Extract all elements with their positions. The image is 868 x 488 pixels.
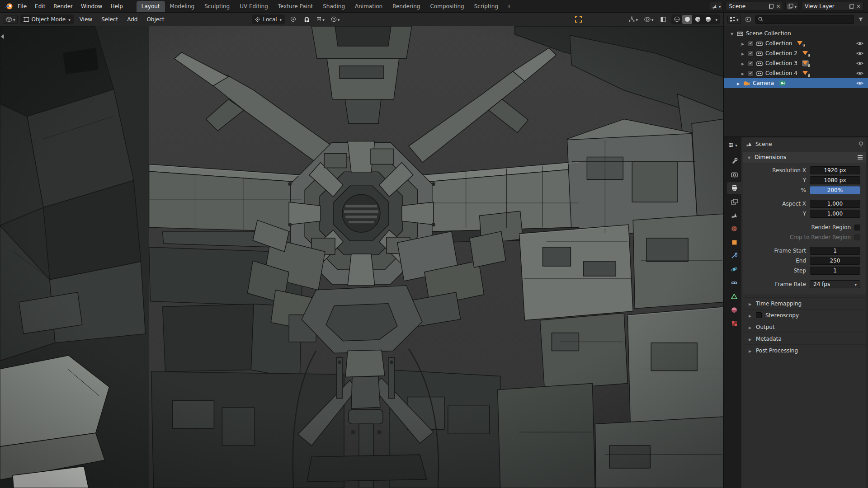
- tab-object-data[interactable]: [727, 291, 741, 302]
- frame-step-field[interactable]: 1: [810, 267, 860, 275]
- pivot-point-button[interactable]: [288, 14, 298, 24]
- outliner-row-collection-3[interactable]: Collection 3 8: [724, 58, 868, 68]
- mode-selector[interactable]: Object Mode: [20, 14, 74, 24]
- menu-file[interactable]: File: [14, 2, 30, 11]
- frame-rate-dropdown[interactable]: 24 fps: [810, 280, 860, 288]
- outliner-display-mode-button[interactable]: [744, 15, 753, 24]
- crop-render-region-checkbox[interactable]: [854, 235, 860, 240]
- proportional-editing-button[interactable]: [329, 15, 342, 24]
- panel-menu-icon[interactable]: [858, 155, 863, 160]
- aspect-y-field[interactable]: 1.000: [810, 210, 860, 218]
- tab-view-layer[interactable]: [727, 196, 741, 207]
- eye-icon[interactable]: [856, 81, 863, 85]
- resolution-y-field[interactable]: 1080 px: [810, 176, 860, 184]
- transform-orientation-selector[interactable]: Local: [252, 14, 285, 24]
- eye-icon[interactable]: [856, 41, 863, 46]
- tab-sculpting[interactable]: Sculpting: [199, 1, 235, 12]
- menu-help[interactable]: Help: [107, 2, 126, 11]
- eye-icon[interactable]: [856, 61, 863, 66]
- shading-solid-button[interactable]: [682, 15, 692, 24]
- tab-constraints[interactable]: [727, 277, 741, 289]
- menu-select[interactable]: Select: [98, 14, 121, 24]
- panel-metadata[interactable]: Metadata: [743, 333, 867, 344]
- tab-texture-paint[interactable]: Texture Paint: [273, 1, 318, 12]
- toolbar-expand-arrow[interactable]: [1, 34, 4, 39]
- panel-time-remapping[interactable]: Time Remapping: [743, 297, 867, 309]
- blender-logo[interactable]: [5, 2, 13, 10]
- outliner-row-camera[interactable]: Camera: [724, 78, 868, 88]
- tab-shading[interactable]: Shading: [318, 1, 350, 12]
- expand-arrow-icon[interactable]: [741, 50, 745, 56]
- dimensions-panel-header[interactable]: Dimensions: [743, 152, 867, 163]
- scene-browse-button[interactable]: [710, 2, 723, 11]
- expand-arrow-icon[interactable]: [741, 60, 745, 66]
- tab-layout[interactable]: Layout: [137, 1, 165, 12]
- expand-arrow-icon[interactable]: [741, 70, 745, 76]
- tab-world[interactable]: [727, 223, 741, 235]
- expand-arrow-icon[interactable]: [730, 30, 734, 37]
- eye-icon[interactable]: [856, 71, 863, 75]
- properties-editor-type-button[interactable]: [726, 141, 739, 150]
- new-scene-icon[interactable]: [769, 4, 774, 9]
- outliner-search-input[interactable]: [755, 15, 854, 24]
- resolution-x-field[interactable]: 1920 px: [810, 166, 860, 174]
- menu-add[interactable]: Add: [124, 14, 141, 24]
- tab-material[interactable]: [727, 304, 741, 316]
- frame-start-field[interactable]: 1: [810, 247, 860, 255]
- delete-view-layer-icon[interactable]: [856, 3, 861, 9]
- resolution-scale-slider[interactable]: 200%: [810, 186, 860, 194]
- expand-arrow-icon[interactable]: [736, 80, 741, 86]
- pin-icon[interactable]: [859, 141, 863, 147]
- tab-tool[interactable]: [727, 155, 741, 167]
- tab-uv-editing[interactable]: UV Editing: [235, 1, 273, 12]
- tab-scripting[interactable]: Scripting: [469, 1, 503, 12]
- xray-toggle[interactable]: [658, 14, 669, 24]
- scene-selector[interactable]: Scene: [725, 2, 783, 11]
- tab-modeling[interactable]: Modeling: [165, 1, 200, 12]
- tab-compositing[interactable]: Compositing: [425, 1, 469, 12]
- stereoscopy-checkbox[interactable]: [756, 312, 762, 318]
- outliner-editor-type-button[interactable]: [727, 15, 741, 24]
- delete-scene-icon[interactable]: [776, 3, 780, 9]
- properties-scrollbar[interactable]: [866, 137, 868, 488]
- overlays-button[interactable]: [642, 15, 656, 24]
- panel-stereoscopy[interactable]: Stereoscopy: [743, 309, 867, 321]
- shading-wireframe-button[interactable]: [672, 15, 682, 24]
- shading-material-button[interactable]: [693, 15, 703, 24]
- collection-checkbox[interactable]: [748, 41, 754, 47]
- tab-rendering[interactable]: Rendering: [387, 1, 425, 12]
- aspect-x-field[interactable]: 1.000: [810, 200, 860, 208]
- snap-target-button[interactable]: [315, 15, 326, 24]
- menu-render[interactable]: Render: [50, 2, 76, 11]
- frame-end-field[interactable]: 250: [810, 257, 860, 265]
- viewport-3d[interactable]: [0, 26, 723, 488]
- menu-view[interactable]: View: [76, 14, 95, 24]
- menu-object[interactable]: Object: [143, 14, 167, 24]
- outliner-row-scene-collection[interactable]: Scene Collection: [724, 28, 868, 38]
- tab-render[interactable]: [727, 169, 741, 180]
- editor-type-button[interactable]: [4, 15, 18, 24]
- tab-modifiers[interactable]: [727, 250, 741, 262]
- shading-rendered-button[interactable]: [703, 15, 713, 24]
- gizmos-button[interactable]: [627, 15, 640, 24]
- menu-window[interactable]: Window: [77, 2, 106, 11]
- tab-texture[interactable]: [727, 318, 741, 329]
- collection-checkbox[interactable]: [748, 70, 754, 76]
- outliner-row-collection-2[interactable]: Collection 2 9: [724, 48, 868, 58]
- filter-button[interactable]: [857, 14, 865, 24]
- collection-checkbox[interactable]: [748, 51, 754, 56]
- render-region-indicator[interactable]: [573, 14, 584, 24]
- tab-physics[interactable]: [727, 263, 741, 275]
- view-layer-browse-button[interactable]: [785, 2, 799, 11]
- tab-scene[interactable]: [727, 209, 741, 221]
- outliner-row-collection-1[interactable]: Collection 9: [724, 38, 868, 48]
- snap-toggle-button[interactable]: [301, 14, 312, 24]
- view-layer-selector[interactable]: View Layer: [801, 2, 863, 11]
- tab-object[interactable]: [727, 236, 741, 248]
- new-view-layer-icon[interactable]: [849, 4, 854, 9]
- eye-icon[interactable]: [856, 51, 863, 56]
- collection-checkbox[interactable]: [748, 61, 754, 66]
- expand-arrow-icon[interactable]: [741, 40, 745, 47]
- menu-edit[interactable]: Edit: [31, 2, 49, 11]
- tab-output[interactable]: [727, 182, 741, 194]
